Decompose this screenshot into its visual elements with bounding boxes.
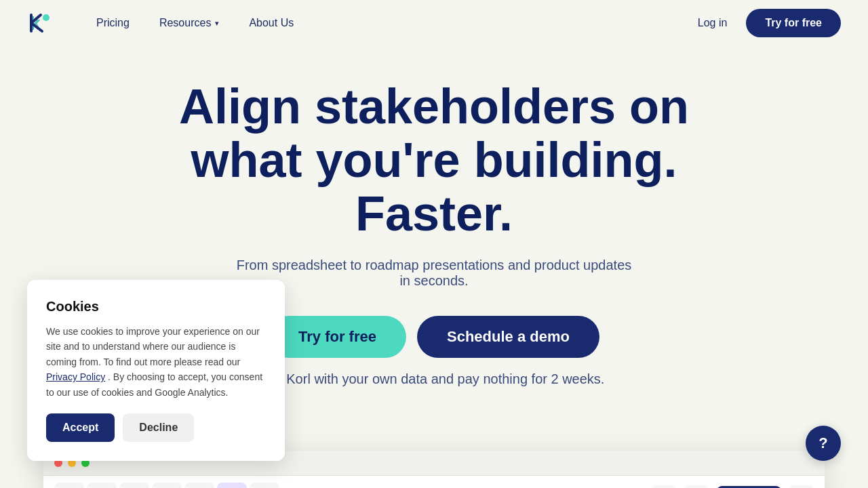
help-button[interactable]: ?: [806, 426, 841, 461]
grid-icon-button[interactable]: ⊞: [54, 483, 84, 488]
nav-try-free-button[interactable]: Try for free: [746, 9, 841, 37]
cookie-buttons: Accept Decline: [46, 413, 266, 442]
toolbar-right: Presentation saved 🔗 ··· Present ✕: [562, 485, 814, 488]
settings-icon-button[interactable]: ⚙: [87, 483, 117, 488]
hero-subheading: From spreadsheet to roadmap presentation…: [231, 258, 637, 289]
svg-point-3: [43, 14, 50, 21]
navbar: k k Pricing Resources ▾ About Us Log in …: [0, 0, 868, 46]
close-window-button[interactable]: ✕: [789, 485, 814, 488]
nav-resources[interactable]: Resources ▾: [147, 12, 231, 35]
nav-actions: Log in Try for free: [690, 9, 841, 37]
palette-icon-button[interactable]: ◑: [184, 483, 214, 488]
decline-cookies-button[interactable]: Decline: [123, 413, 194, 442]
nav-about[interactable]: About Us: [237, 12, 306, 35]
hero-schedule-button[interactable]: Schedule a demo: [417, 316, 599, 358]
hero-heading: Align stakeholders on what you're buildi…: [163, 80, 705, 241]
more-options-button[interactable]: ···: [684, 485, 709, 488]
cookie-title: Cookies: [46, 299, 266, 314]
toolbar-icons: ⊞ ⚙ ☰ ⊕ ◑ ✦ ↺: [54, 483, 279, 488]
privacy-policy-link[interactable]: Privacy Policy: [46, 371, 105, 382]
chevron-down-icon: ▾: [215, 19, 219, 28]
accept-cookies-button[interactable]: Accept: [46, 413, 115, 442]
add-frame-icon-button[interactable]: ⊕: [152, 483, 182, 488]
window-toolbar: ⊞ ⚙ ☰ ⊕ ◑ ✦ ↺ Presentation saved 🔗 ··· P…: [43, 476, 825, 488]
hero-subtext: Try Korl with your own data and pay noth…: [231, 371, 637, 387]
list-icon-button[interactable]: ☰: [119, 483, 149, 488]
hero-try-free-button[interactable]: Try for free: [269, 316, 406, 358]
login-button[interactable]: Log in: [690, 12, 736, 35]
cookie-body: We use cookies to improve your experienc…: [46, 324, 266, 400]
magic-icon-button[interactable]: ✦: [217, 483, 247, 488]
link-icon-button[interactable]: 🔗: [652, 485, 676, 488]
logo[interactable]: k k: [27, 8, 57, 38]
nav-links: Pricing Resources ▾ About Us: [84, 12, 690, 35]
refresh-icon-button[interactable]: ↺: [250, 483, 279, 488]
cookie-banner: Cookies We use cookies to improve your e…: [27, 280, 285, 461]
nav-pricing[interactable]: Pricing: [84, 12, 142, 35]
